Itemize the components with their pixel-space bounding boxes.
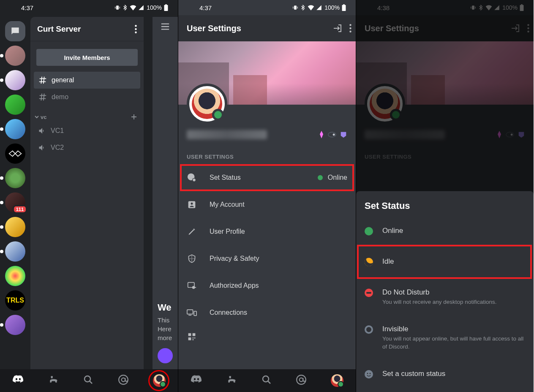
handset-icon [48,374,59,385]
nav-mentions[interactable] [296,374,307,387]
nav-discord[interactable] [12,375,24,386]
row-partial[interactable] [178,326,356,347]
row-user-profile[interactable]: User Profile [178,218,356,245]
screen-server-channels: 4:37 100% 111 TRLS [0,0,178,392]
svg-point-25 [191,203,193,205]
devices-icon [187,309,197,316]
server-icon-11[interactable]: TRLS [5,290,25,311]
server-icon-9[interactable] [5,241,25,262]
svg-rect-36 [194,338,196,339]
voice-channel-vc1[interactable]: VC1 [34,122,140,139]
svg-point-52 [370,373,371,374]
server-icon-2[interactable] [5,70,25,90]
page-title: User Settings [187,24,241,33]
row-authorized-apps[interactable]: Authorized Apps [178,272,356,299]
action-chip[interactable] [158,348,173,363]
dm-button[interactable] [5,21,25,41]
svg-point-8 [84,376,90,382]
at-icon [296,374,307,385]
server-icon-10[interactable] [5,266,25,286]
vibrate-icon [292,5,298,11]
online-icon [365,227,373,235]
svg-point-5 [135,25,136,27]
row-label: Authorized Apps [210,282,259,289]
discord-logo-icon [191,375,202,384]
hamburger-icon[interactable] [161,23,170,30]
channel-label: VC2 [51,144,64,151]
nav-friends[interactable] [226,374,237,387]
row-set-status[interactable]: Set Status Online [178,164,356,191]
avatar [331,374,343,387]
server-icon-12[interactable] [5,315,25,335]
svg-point-10 [122,378,125,382]
svg-rect-31 [194,311,196,316]
channel-general[interactable]: general [34,72,140,89]
welcome-line: This [158,316,173,324]
svg-rect-30 [188,315,191,316]
row-my-account[interactable]: My Account [178,191,356,218]
svg-rect-2 [120,7,120,9]
hypesquad-badge-icon [340,131,347,138]
svg-point-6 [135,28,136,30]
svg-rect-11 [294,5,297,9]
svg-rect-37 [193,339,194,341]
status-option-invisible[interactable]: Invisible You will not appear online, bu… [356,316,534,360]
more-vert-icon[interactable] [135,25,137,33]
server-header[interactable]: Curt Server [30,17,144,41]
svg-rect-14 [342,5,346,11]
status-value: Online [328,174,347,181]
status-option-dnd[interactable]: Do Not Disturb You will not receive any … [356,279,534,316]
server-icon-1[interactable] [5,46,25,66]
status-option-idle[interactable]: Idle [356,245,534,279]
svg-point-40 [300,378,303,382]
qr-icon [188,333,196,341]
chevron-down-icon [35,115,39,119]
profile-badges [319,131,347,138]
svg-point-20 [333,134,335,136]
logout-icon[interactable] [332,23,343,33]
android-status-bar: 4:37 100% [0,0,178,15]
nav-mentions[interactable] [118,374,129,387]
pencil-icon [188,227,196,236]
row-connections[interactable]: Connections [178,299,356,326]
channel-demo[interactable]: demo [34,89,140,105]
server-icon-7[interactable]: 111 [5,192,25,213]
plus-icon[interactable] [130,113,138,121]
username-redacted [187,130,267,139]
option-description: You will not appear online, but will hav… [382,335,525,351]
welcome-line: Here [158,325,173,333]
server-icon-6[interactable] [5,168,25,188]
row-privacy-safety[interactable]: Privacy & Safety [178,245,356,272]
voice-channel-list: VC1 VC2 [30,122,144,156]
nav-profile[interactable] [153,374,166,387]
invite-members-button[interactable]: Invite Members [36,49,138,66]
channel-label: demo [52,93,68,101]
status-indicators: 100% [114,4,169,11]
android-status-bar: 4:37 100% [178,0,356,15]
status-indicators: 100% [292,4,346,11]
server-icon-8[interactable] [5,217,25,237]
speaker-icon [38,143,46,152]
chat-bubble-icon [10,26,21,37]
nav-discord[interactable] [191,375,202,386]
profile-avatar[interactable] [187,84,227,124]
more-vert-icon[interactable] [349,24,351,32]
row-label: My Account [210,201,245,208]
option-label: Invisible [382,325,525,333]
nav-search[interactable] [262,375,272,387]
voice-channel-vc2[interactable]: VC2 [34,139,140,156]
guild-rail: 111 TRLS [0,15,30,392]
speaker-icon [38,127,46,135]
avatar [153,374,166,387]
status-option-online[interactable]: Online [356,217,534,245]
voice-category-header[interactable]: vc [30,105,144,122]
nav-friends[interactable] [48,374,59,387]
nav-profile[interactable] [331,374,343,387]
server-icon-4[interactable] [5,119,25,139]
server-icon-3[interactable] [5,95,25,115]
server-icon-5[interactable] [5,143,25,164]
svg-rect-3 [164,5,168,11]
screen-user-settings: 4:37 100% User Settings USER SETTINGS [178,0,356,392]
status-option-custom[interactable]: Set a custom status [356,360,534,388]
nav-search[interactable] [83,375,93,387]
